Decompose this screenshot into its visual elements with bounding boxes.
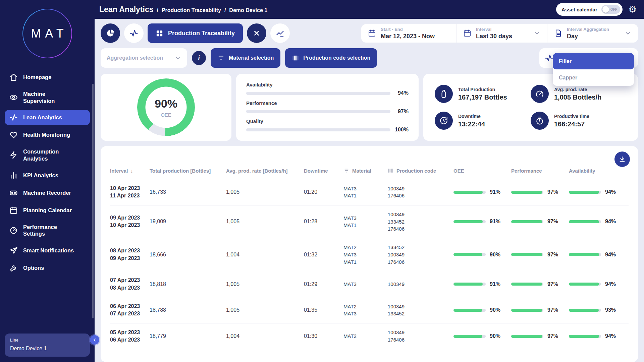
production-code-selection-button[interactable]: Production code selection bbox=[285, 48, 377, 68]
table-column-header[interactable]: Total production [Bottles] bbox=[150, 168, 226, 174]
settings-gear-icon[interactable]: ⚙ bbox=[629, 5, 637, 14]
table-column-header[interactable]: OEE bbox=[453, 168, 511, 174]
production-traceability-label: Production Traceability bbox=[168, 30, 235, 37]
aggregation-selection-dropdown[interactable]: Aggregation selection bbox=[101, 48, 187, 68]
time-filter-card: Start - End Mar 12, 2023 - Now Interval … bbox=[361, 24, 638, 43]
dropdown-option-filler[interactable]: Filler bbox=[553, 53, 634, 69]
barcode-icon bbox=[388, 168, 394, 174]
cell-interval: 05 Apr 2023 06 Apr 2023 bbox=[110, 329, 150, 344]
sidebar-item-kpi-analytics[interactable]: KPI Analytics bbox=[5, 168, 90, 183]
table-column-header[interactable]: Performance bbox=[511, 168, 569, 174]
sidebar-item-homepage[interactable]: Homepage bbox=[5, 70, 90, 85]
info-button[interactable]: i bbox=[192, 51, 206, 65]
cell-performance: 97% bbox=[511, 252, 569, 258]
cell-interval: 09 Apr 2023 10 Apr 2023 bbox=[110, 214, 150, 229]
cell-oee: 90% bbox=[453, 333, 511, 339]
breadcrumb-separator: / bbox=[157, 7, 158, 13]
metric-quality: Quality 100% bbox=[246, 118, 409, 133]
table-row: 10 Apr 2023 11 Apr 2023 16,733 1,005 01:… bbox=[110, 179, 629, 205]
cell-oee: 91% bbox=[453, 281, 511, 287]
metric-bar bbox=[246, 128, 390, 131]
metric-label: Availability bbox=[246, 82, 409, 87]
bottle-icon bbox=[435, 85, 453, 103]
sidebar-scrollbar[interactable] bbox=[92, 84, 94, 318]
metric-label: Performance bbox=[246, 100, 409, 106]
report-view-button[interactable] bbox=[270, 23, 290, 43]
trend-view-button[interactable] bbox=[124, 23, 144, 43]
cell-performance: 97% bbox=[511, 281, 569, 287]
sidebar-item-machine-recorder[interactable]: Machine Recorder bbox=[5, 185, 90, 200]
sidebar-item-smart-notifications[interactable]: Smart Notifications bbox=[5, 243, 90, 258]
cell-production-code: 100349 bbox=[388, 281, 453, 288]
cell-performance: 97% bbox=[511, 307, 569, 313]
stat-value: 167,197 Bottles bbox=[458, 94, 507, 101]
sidebar-item-machine-supervision[interactable]: Machine Supervision bbox=[5, 87, 90, 108]
heart-icon bbox=[9, 131, 18, 139]
dropdown-option-capper[interactable]: Capper bbox=[553, 69, 634, 86]
sidebar-item-lean-analytics[interactable]: Lean Analytics bbox=[5, 110, 90, 125]
download-icon bbox=[619, 156, 626, 163]
recorder-icon bbox=[9, 189, 18, 197]
table-row: 08 Apr 2023 09 Apr 2023 18,666 1,004 01:… bbox=[110, 238, 629, 271]
close-view-button[interactable] bbox=[247, 23, 266, 43]
breadcrumb-section[interactable]: Production Traceability bbox=[162, 7, 221, 13]
device-selector-card[interactable]: Line Demo Device 1 bbox=[5, 334, 90, 357]
table-column-header[interactable]: Avg. prod. rate [Bottles/h] bbox=[226, 168, 304, 174]
cell-downtime: 01:35 bbox=[304, 307, 343, 313]
cell-oee: 91% bbox=[453, 189, 511, 195]
content: Production Traceability Start - End Mar … bbox=[95, 19, 644, 362]
pie-chart-view-button[interactable] bbox=[101, 23, 120, 43]
home-icon bbox=[9, 73, 18, 81]
table-column-header[interactable]: Material bbox=[343, 168, 388, 174]
asset-calendar-toggle[interactable]: Asset calendar OFF bbox=[556, 3, 623, 16]
oee-gauge-card: 90% OEE bbox=[101, 74, 231, 141]
metric-value: 100% bbox=[390, 127, 409, 133]
sidebar-item-health-monitoring[interactable]: Health Monitoring bbox=[5, 127, 90, 142]
breadcrumb-root[interactable]: Lean Analytics bbox=[99, 5, 153, 14]
machine-dropdown: FillerCapper bbox=[553, 53, 634, 86]
sidebar: MAT Homepage Machine Supervision Lean An… bbox=[0, 0, 95, 362]
date-range-picker[interactable]: Start - End Mar 12, 2023 - Now bbox=[361, 24, 456, 43]
chevron-down-icon bbox=[174, 55, 181, 61]
table-column-header[interactable]: Production code bbox=[388, 168, 453, 174]
table-column-header[interactable]: Interval↓ bbox=[110, 168, 150, 174]
calendar-icon bbox=[368, 29, 376, 37]
interval-label: Interval bbox=[476, 27, 526, 32]
table-header-row: Interval↓Total production [Bottles]Avg. … bbox=[110, 168, 629, 179]
sidebar-collapse-button[interactable] bbox=[90, 335, 99, 345]
material-selection-button[interactable]: Material selection bbox=[211, 48, 280, 68]
asset-calendar-label: Asset calendar bbox=[561, 7, 597, 12]
cell-performance: 97% bbox=[511, 333, 569, 339]
stat-label: Total Production bbox=[458, 87, 507, 92]
calendar-icon bbox=[463, 29, 471, 37]
stat-value: 166:24:57 bbox=[554, 120, 589, 128]
sidebar-item-options[interactable]: Options bbox=[5, 260, 90, 276]
cell-availability: 94% bbox=[569, 333, 621, 339]
stat-item: Avg. prod. rate 1,005 Bottles/h bbox=[531, 85, 627, 103]
download-button[interactable] bbox=[614, 152, 630, 167]
sidebar-item-performance-settings[interactable]: Performance Settings bbox=[5, 220, 90, 241]
interval-picker[interactable]: Interval Last 30 days bbox=[456, 24, 547, 43]
table-column-header[interactable]: Availability bbox=[569, 168, 621, 174]
calendar-icon bbox=[9, 206, 18, 215]
cell-rate: 1,004 bbox=[226, 333, 304, 339]
close-icon bbox=[252, 29, 261, 38]
cell-oee: 90% bbox=[453, 252, 511, 258]
table-column-header[interactable]: Downtime bbox=[304, 168, 343, 174]
cell-oee: 90% bbox=[453, 307, 511, 313]
stat-label: Downtime bbox=[458, 114, 485, 119]
toggle-track[interactable]: OFF bbox=[601, 5, 620, 14]
cell-material: MAT2 MAT3 MAT1 bbox=[343, 244, 388, 265]
cell-production-code: 100349 133452 176406 bbox=[388, 211, 453, 233]
cell-availability: 94% bbox=[569, 281, 621, 287]
interval-aggregation-picker[interactable]: Interval Aggregation Day bbox=[547, 24, 638, 43]
grid-icon bbox=[156, 29, 163, 37]
cell-material: MAT2 MAT3 bbox=[343, 303, 388, 318]
production-traceability-button[interactable]: Production Traceability bbox=[148, 23, 243, 43]
info-icon: i bbox=[198, 55, 200, 61]
sidebar-item-consumption-analytics[interactable]: Consumption Analytics bbox=[5, 145, 90, 165]
toggle-state-label: OFF bbox=[610, 8, 617, 11]
bar-chart-icon bbox=[9, 171, 18, 180]
breadcrumb: Lean Analytics / Production Traceability… bbox=[99, 5, 267, 14]
sidebar-item-planning-calendar[interactable]: Planning Calendar bbox=[5, 203, 90, 218]
